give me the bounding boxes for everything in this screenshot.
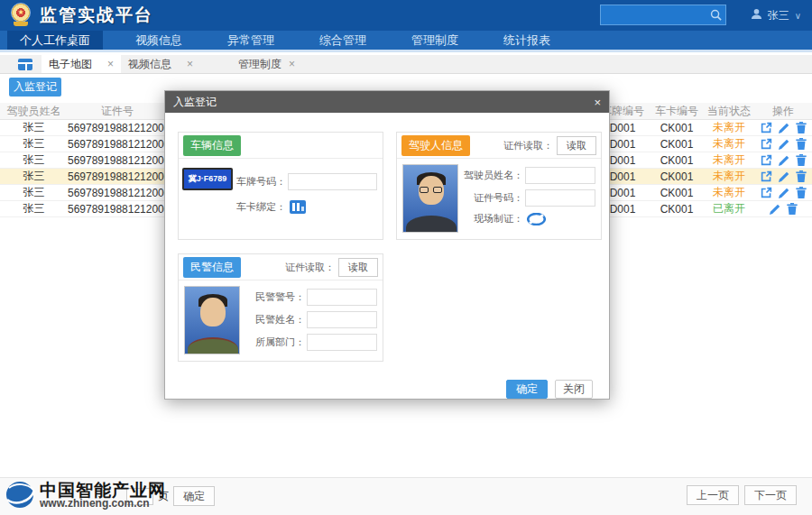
cell-id-number: 569789198812120001 bbox=[68, 187, 167, 199]
driver-info-section: 驾驶人信息 证件读取： 读取 驾驶员姓名： 证件号码： 现场制证： bbox=[396, 132, 602, 240]
status-badge: 未离开 bbox=[704, 169, 754, 184]
police-name-input[interactable] bbox=[307, 311, 377, 328]
user-name: 张三 bbox=[768, 8, 789, 23]
entry-register-button[interactable]: 入监登记 bbox=[9, 78, 61, 97]
top-header: ★ 监管实战平台 张三 ∨ bbox=[0, 0, 812, 31]
site-name: 中国智能产业网 bbox=[40, 482, 166, 499]
delete-icon[interactable] bbox=[796, 154, 807, 166]
tab-label: 管理制度 bbox=[238, 57, 281, 72]
nav-item-personal-workspace[interactable]: 个人工作桌面 bbox=[7, 31, 103, 50]
delete-icon[interactable] bbox=[796, 187, 807, 198]
status-badge: 未离开 bbox=[704, 136, 754, 152]
status-badge: 未离开 bbox=[704, 120, 754, 135]
cell-card-no: CK001 bbox=[650, 187, 704, 199]
export-icon[interactable] bbox=[761, 187, 772, 198]
edit-icon[interactable] bbox=[779, 188, 789, 198]
site-url: www.zhineng.com.cn bbox=[40, 498, 166, 509]
police-badge-no-input[interactable] bbox=[307, 289, 377, 306]
confirm-button[interactable]: 确定 bbox=[506, 380, 548, 399]
user-icon bbox=[751, 8, 762, 23]
export-icon[interactable] bbox=[761, 154, 772, 166]
prev-page-button[interactable]: 上一页 bbox=[687, 485, 739, 505]
edit-icon[interactable] bbox=[779, 155, 789, 166]
nav-item-mgmt-rules[interactable]: 管理制度 bbox=[399, 31, 471, 50]
edit-icon[interactable] bbox=[770, 204, 780, 215]
cell-card-no: CK001 bbox=[650, 122, 704, 134]
site-logo: 中国智能产业网 www.zhineng.com.cn bbox=[5, 481, 166, 509]
export-icon[interactable] bbox=[761, 138, 772, 150]
delete-icon[interactable] bbox=[796, 138, 807, 150]
edit-icon[interactable] bbox=[779, 123, 789, 133]
cell-id-number: 569789198812120001 bbox=[68, 138, 167, 151]
col-card-no: 车卡编号 bbox=[650, 104, 704, 119]
nav-item-statistics[interactable]: 统计报表 bbox=[491, 31, 563, 50]
close-icon[interactable]: × bbox=[594, 96, 601, 109]
tab-video-info[interactable]: 视频信息 × bbox=[121, 55, 200, 73]
police-badge-no-label: 民警警号： bbox=[240, 290, 305, 304]
delete-icon[interactable] bbox=[796, 122, 807, 133]
cell-id-number: 569789198812120001 bbox=[68, 170, 167, 183]
cell-driver-name: 张三 bbox=[0, 169, 68, 184]
tab-label: 视频信息 bbox=[128, 57, 171, 72]
edit-icon[interactable] bbox=[779, 139, 789, 150]
nav-item-video-info[interactable]: 视频信息 bbox=[123, 31, 195, 50]
page-title: 监管实战平台 bbox=[40, 4, 153, 27]
police-dept-input[interactable] bbox=[307, 334, 377, 351]
search-box[interactable] bbox=[600, 5, 726, 25]
cell-id-number: 569789198812120001 bbox=[68, 203, 167, 216]
card-bind-icon[interactable] bbox=[290, 200, 306, 214]
close-icon[interactable]: × bbox=[289, 58, 295, 70]
police-info-section: 民警信息 证件读取： 读取 民警警号： 民警姓名： 所属部门： bbox=[178, 253, 383, 362]
cell-driver-name: 张三 bbox=[0, 201, 68, 216]
driver-id-input[interactable] bbox=[525, 189, 595, 207]
tab-electronic-map[interactable]: 电子地图 × bbox=[42, 55, 121, 73]
user-menu[interactable]: 张三 ∨ bbox=[751, 0, 801, 31]
dialog-title: 入监登记 bbox=[173, 95, 217, 110]
id-read-button[interactable]: 读取 bbox=[557, 136, 596, 155]
close-icon[interactable]: × bbox=[107, 58, 114, 70]
nav-item-exception-mgmt[interactable]: 异常管理 bbox=[215, 31, 287, 50]
export-icon[interactable] bbox=[761, 122, 772, 133]
delete-icon[interactable] bbox=[787, 203, 798, 215]
status-badge: 已离开 bbox=[704, 201, 754, 216]
driver-name-input[interactable] bbox=[525, 167, 595, 184]
search-input[interactable] bbox=[601, 9, 706, 22]
cell-driver-name: 张三 bbox=[0, 152, 68, 168]
export-icon[interactable] bbox=[761, 170, 772, 182]
capture-camera-icon[interactable] bbox=[527, 213, 546, 225]
cell-card-no: CK001 bbox=[650, 154, 704, 167]
nav-item-general-mgmt[interactable]: 综合管理 bbox=[307, 31, 379, 50]
delete-icon[interactable] bbox=[796, 170, 807, 182]
cell-driver-name: 张三 bbox=[0, 120, 68, 135]
police-info-label: 民警信息 bbox=[183, 257, 241, 278]
police-dept-label: 所属部门： bbox=[240, 336, 305, 349]
plate-number-input[interactable] bbox=[288, 173, 377, 190]
id-read-button[interactable]: 读取 bbox=[338, 258, 378, 277]
edit-icon[interactable] bbox=[779, 171, 789, 182]
page-confirm-button[interactable]: 确定 bbox=[173, 486, 215, 506]
police-photo bbox=[184, 286, 240, 354]
open-tabs-bar: 电子地图 × 视频信息 × 管理制度 × bbox=[0, 55, 812, 74]
col-status: 当前状态 bbox=[704, 104, 754, 119]
cell-card-no: CK001 bbox=[650, 170, 704, 183]
plate-number-label: 车牌号码： bbox=[236, 175, 286, 189]
chevron-down-icon: ∨ bbox=[795, 11, 801, 21]
vehicle-info-section: 车辆信息 冀J·F6789 车牌号码： 车卡绑定： bbox=[178, 132, 383, 240]
close-button[interactable]: 关闭 bbox=[555, 380, 593, 399]
status-badge: 未离开 bbox=[704, 152, 754, 168]
capture-label: 现场制证： bbox=[458, 212, 523, 225]
driver-name-label: 驾驶员姓名： bbox=[458, 169, 523, 182]
col-id-number: 证件号 bbox=[68, 104, 167, 119]
col-driver-name: 驾驶员姓名 bbox=[0, 104, 68, 119]
main-nav: 个人工作桌面 视频信息 异常管理 综合管理 管理制度 统计报表 bbox=[0, 31, 812, 52]
col-actions: 操作 bbox=[754, 104, 812, 119]
home-icon[interactable] bbox=[18, 59, 32, 70]
close-icon[interactable]: × bbox=[187, 58, 193, 70]
driver-photo bbox=[402, 164, 458, 233]
search-icon[interactable] bbox=[706, 9, 725, 21]
footer: 中国智能产业网 www.zhineng.com.cn 页 确定 上一页 下一页 bbox=[0, 477, 812, 515]
status-badge: 未离开 bbox=[704, 185, 754, 200]
tab-mgmt-rules[interactable]: 管理制度 × bbox=[231, 55, 302, 73]
cell-driver-name: 张三 bbox=[0, 136, 68, 152]
next-page-button[interactable]: 下一页 bbox=[744, 485, 797, 505]
